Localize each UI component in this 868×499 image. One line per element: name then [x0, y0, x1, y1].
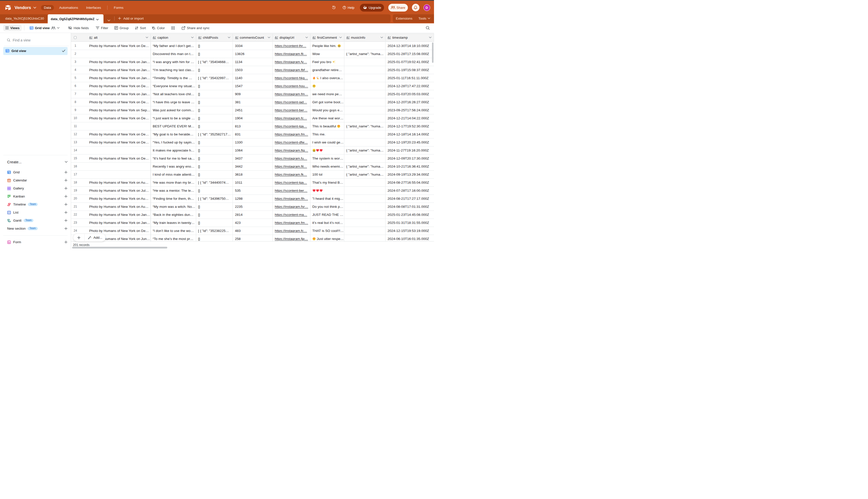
svg-text:31: 31 — [8, 180, 10, 182]
